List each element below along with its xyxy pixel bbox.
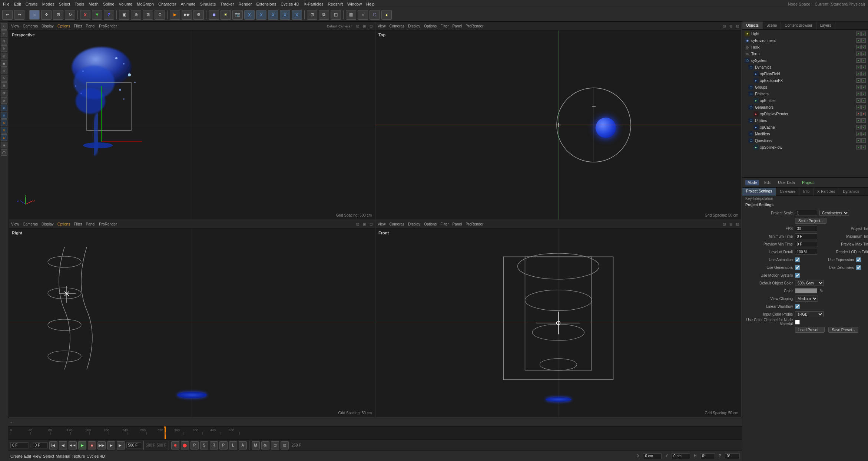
- start-frame-input[interactable]: [33, 442, 48, 448]
- tree-check-xpflow-vis[interactable]: ✓: [856, 72, 861, 76]
- tree-item-light[interactable]: ☀ Light ✓ ✓: [743, 30, 867, 37]
- tree-check-xpsplineflow-render[interactable]: ✓: [861, 145, 866, 149]
- tree-item-modifiers[interactable]: ⬡ Modifiers ✓ ✓: [743, 131, 867, 137]
- tree-check-questions-vis[interactable]: ✓: [856, 138, 861, 143]
- vp-front-display[interactable]: Display: [408, 222, 420, 226]
- menu-spline[interactable]: Spline: [103, 2, 115, 6]
- tree-item-xpdisplay[interactable]: ▸ xpDisplayRender ✗ ✗: [743, 111, 867, 117]
- tree-check-modifiers-vis[interactable]: ✓: [856, 132, 861, 136]
- vp-front-cameras[interactable]: Cameras: [390, 222, 405, 226]
- linear-wf-checkbox[interactable]: [795, 304, 800, 309]
- tree-item-torus[interactable]: ◎ Torus ✓ ✓: [743, 50, 867, 57]
- tree-item-groups[interactable]: ⬡ Groups ✓ ✓: [743, 84, 867, 90]
- vp-front-settings-icon[interactable]: ⊞: [729, 222, 732, 226]
- go-start-btn[interactable]: |◀: [49, 441, 57, 450]
- end-frame-input[interactable]: [126, 442, 141, 448]
- tree-check-light-vis[interactable]: ✓: [856, 32, 861, 36]
- vp-persp-settings-icon[interactable]: ⊞: [363, 24, 366, 28]
- tree-check-emitters-render[interactable]: ✓: [861, 92, 866, 96]
- vp-top-full-icon[interactable]: ⊡: [736, 24, 739, 28]
- menu-animate[interactable]: Animate: [180, 2, 195, 6]
- prev-frame-btn[interactable]: ◀: [59, 441, 67, 450]
- camera-btn[interactable]: 📷: [232, 10, 243, 20]
- props-tab-dynamics[interactable]: Dynamics: [839, 188, 863, 195]
- x-axis-btn[interactable]: X: [80, 10, 90, 20]
- menu-create[interactable]: Create: [26, 2, 38, 6]
- menu-help[interactable]: Help: [366, 2, 375, 6]
- props-tab-info[interactable]: Info: [799, 188, 814, 195]
- sidebar-axis-icon[interactable]: ⊕: [1, 97, 7, 104]
- tree-item-generators[interactable]: ⬡ Generators ✓ ✓: [743, 104, 867, 111]
- tree-check-cyenv-vis[interactable]: ✓: [856, 38, 861, 43]
- sidebar-select-icon[interactable]: ↖: [1, 23, 7, 30]
- project-scale-input[interactable]: [795, 210, 817, 216]
- auto-key-btn[interactable]: ⬤: [181, 441, 189, 450]
- tree-item-emitters[interactable]: ⬡ Emitters ✓ ✓: [743, 90, 867, 97]
- snap-btn[interactable]: ⊡: [307, 10, 317, 20]
- play-btn[interactable]: ▶: [78, 441, 86, 450]
- vp-persp-filter[interactable]: Filter: [74, 24, 82, 28]
- bottom-edit[interactable]: Edit: [24, 454, 31, 458]
- sidebar-live-select-icon[interactable]: ◎: [1, 53, 7, 59]
- key-all-btn[interactable]: A: [239, 441, 247, 450]
- min-time-input[interactable]: [795, 233, 817, 239]
- use-motion-checkbox[interactable]: [795, 273, 800, 278]
- light2-btn[interactable]: ●: [381, 10, 392, 20]
- tree-item-xpflow[interactable]: ▸ xpFlowField ✓ ✓: [743, 70, 867, 77]
- icp-select[interactable]: sRGB Linear AdobeRGB: [795, 311, 824, 317]
- tree-check-cyenv-render[interactable]: ✓: [861, 38, 866, 43]
- layout-btn[interactable]: ▦: [346, 10, 356, 20]
- vp-right-expand-icon[interactable]: ⊡: [356, 222, 359, 226]
- view-clipping-select[interactable]: Medium Small Large Custom: [795, 296, 818, 302]
- scale2-btn[interactable]: ⊠: [143, 10, 153, 20]
- sidebar-s3-icon[interactable]: $: [1, 127, 7, 134]
- xp-btn[interactable]: X: [244, 10, 255, 20]
- move-tool-btn[interactable]: ✛: [41, 10, 52, 20]
- menu-cycles4d[interactable]: Cycles 4D: [281, 2, 299, 6]
- xp4-btn[interactable]: X: [280, 10, 290, 20]
- tree-item-dynamics[interactable]: ⬡ Dynamics ✓ ✓: [743, 64, 867, 70]
- vp-right-full-icon[interactable]: ⊡: [370, 222, 372, 226]
- tree-check-xpexplosia-vis[interactable]: ✓: [856, 78, 861, 83]
- vp-right-cameras[interactable]: Cameras: [23, 222, 38, 226]
- viewport-front-content[interactable]: Front: [375, 228, 741, 418]
- mode-btn-edit[interactable]: Edit: [762, 180, 773, 185]
- rotate-tool-btn[interactable]: ↻: [65, 10, 75, 20]
- bottom-create[interactable]: Create: [10, 454, 23, 458]
- tree-check-xpexplosia-render[interactable]: ✓: [861, 78, 866, 83]
- scene-tree-tab-objects[interactable]: Objects: [742, 22, 763, 29]
- vp-right-options[interactable]: Options: [57, 222, 70, 226]
- tree-item-questions[interactable]: ⬡ Questions ✓ ✓: [743, 137, 867, 144]
- rotate2-btn[interactable]: ⊙: [155, 10, 165, 20]
- vp-top-cameras[interactable]: Cameras: [390, 24, 405, 28]
- vp-front-panel[interactable]: Panel: [453, 222, 462, 226]
- tree-check-xpemitter-render[interactable]: ✓: [861, 98, 866, 103]
- load-preset-btn[interactable]: Load Preset...: [795, 327, 825, 333]
- tree-check-questions-render[interactable]: ✓: [861, 138, 866, 143]
- tree-item-utilities[interactable]: ⬡ Utilities ✓ ✓: [743, 117, 867, 124]
- sidebar-move-icon[interactable]: ✛: [1, 30, 7, 37]
- vp-front-full-icon[interactable]: ⊡: [736, 222, 739, 226]
- vp-right-filter[interactable]: Filter: [74, 222, 82, 226]
- motion-btn2[interactable]: ◎: [261, 441, 269, 450]
- vp-front-options[interactable]: Options: [424, 222, 437, 226]
- color-channel-checkbox[interactable]: [795, 320, 800, 325]
- prev-key-btn[interactable]: ◄◄: [69, 441, 77, 450]
- sidebar-loop-select-icon[interactable]: ⊙: [1, 67, 7, 74]
- vp-right-panel[interactable]: Panel: [86, 222, 96, 226]
- preview-min-input[interactable]: [795, 241, 817, 247]
- color-picker-icon[interactable]: ✎: [819, 288, 824, 293]
- vp-front-expand-icon[interactable]: ⊡: [723, 222, 726, 226]
- y-axis-btn[interactable]: Y: [92, 10, 102, 20]
- vp-front-prorender[interactable]: ProRender: [466, 222, 483, 226]
- menu-tracker[interactable]: Tracker: [221, 2, 234, 6]
- vp-persp-cameras[interactable]: Cameras: [23, 24, 38, 28]
- light-btn[interactable]: ☀: [221, 10, 231, 20]
- key-param-btn[interactable]: P: [219, 441, 228, 450]
- snap3-btn[interactable]: ◫: [331, 10, 341, 20]
- next-key-btn[interactable]: ▶▶: [97, 441, 106, 450]
- key-scale-btn[interactable]: S: [200, 441, 208, 450]
- anim-btn[interactable]: ≡: [358, 10, 368, 20]
- viewport-right-content[interactable]: Right: [9, 228, 375, 418]
- vp-top-display[interactable]: Display: [408, 24, 420, 28]
